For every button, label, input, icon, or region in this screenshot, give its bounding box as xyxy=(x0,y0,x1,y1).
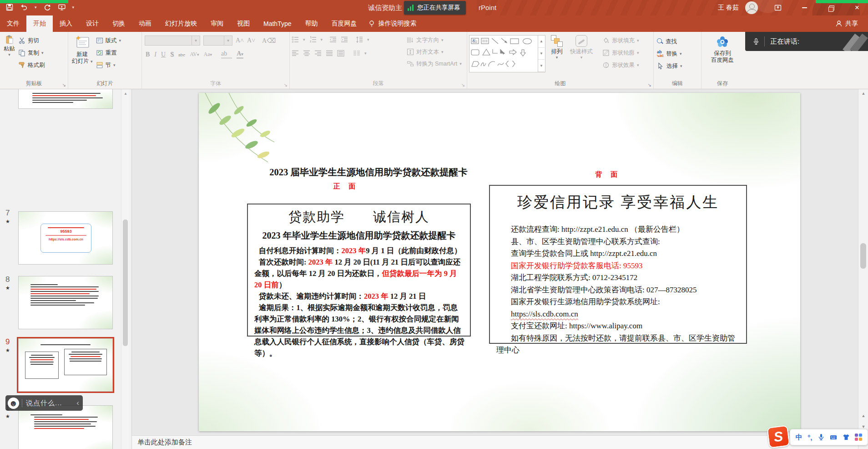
tab-baidu-netdisk[interactable]: 百度网盘 xyxy=(324,15,363,32)
indent-decrease-icon[interactable] xyxy=(329,36,337,43)
tab-help[interactable]: 帮助 xyxy=(298,15,324,32)
thumbnail-scrollbar[interactable]: ▲ xyxy=(121,89,129,449)
font-size-select[interactable]: ▾ xyxy=(203,36,232,46)
meeting-chat-bubble[interactable]: ☻ 说点什么... ‹ xyxy=(5,395,83,411)
italic-button[interactable]: I xyxy=(154,51,156,58)
editor-scrollbar[interactable]: ▲ ▲ ▼ ▼ xyxy=(858,89,868,449)
reset-button[interactable]: 重置 xyxy=(95,47,123,58)
justify-icon[interactable] xyxy=(326,50,333,57)
shapes-scroll-up-icon[interactable]: ▲ xyxy=(538,36,545,48)
keyboard-icon[interactable] xyxy=(830,434,837,441)
strikethrough-button[interactable]: abc xyxy=(178,52,185,57)
line-spacing-icon[interactable] xyxy=(356,36,363,43)
tab-design[interactable]: 设计 xyxy=(79,15,106,32)
share-button[interactable]: 共享 xyxy=(835,15,858,32)
character-spacing-button[interactable]: AV▾ xyxy=(190,51,199,58)
highlight-color-icon[interactable]: ab⃞ xyxy=(221,50,232,59)
tell-me-search[interactable]: 操作说明搜索 xyxy=(363,15,421,32)
columns-icon[interactable] xyxy=(353,50,360,57)
shapes-gallery[interactable]: A xyxy=(469,35,545,72)
replace-button[interactable]: ab⤷ac 替换▾ xyxy=(656,48,699,59)
thumbnail-scrollbar-thumb[interactable] xyxy=(123,219,128,346)
distribute-icon[interactable] xyxy=(337,50,344,57)
align-left-icon[interactable] xyxy=(292,50,299,57)
avatar[interactable] xyxy=(745,1,758,14)
shapes-gallery-scroll[interactable]: ▲ ▼ ▼ xyxy=(538,36,545,72)
back-card[interactable]: 珍爱信用记录 享受幸福人生 还款流程查询: http://zzpt.e21.ed… xyxy=(489,185,747,344)
smiley-icon[interactable]: ☻ xyxy=(8,398,19,409)
bold-button[interactable]: B xyxy=(146,51,150,58)
tab-animations[interactable]: 动画 xyxy=(132,15,158,32)
undo-icon[interactable] xyxy=(20,3,28,12)
bullets-icon[interactable] xyxy=(292,36,299,43)
ime-mic-icon[interactable] xyxy=(818,434,825,441)
align-right-icon[interactable] xyxy=(314,50,322,57)
thumbnail-scroll-up-icon[interactable]: ▲ xyxy=(121,90,130,97)
grow-font-icon[interactable]: A˄ xyxy=(236,37,244,44)
tab-home[interactable]: 开始 xyxy=(26,15,53,32)
clipboard-dialog-launcher-icon[interactable]: ↘ xyxy=(62,83,66,87)
layout-button[interactable]: 版式▾ xyxy=(95,35,123,46)
tab-insert[interactable]: 插入 xyxy=(53,15,79,32)
previous-slide-icon[interactable]: ▲ xyxy=(858,413,868,418)
shrink-font-icon[interactable]: A˅ xyxy=(247,37,255,44)
change-case-button[interactable]: Aa▾ xyxy=(204,51,212,58)
section-button[interactable]: 节▾ xyxy=(95,60,123,71)
tab-mathtype[interactable]: MathType xyxy=(257,15,298,32)
scroll-up-icon[interactable]: ▲ xyxy=(858,91,868,96)
slide-editor-area[interactable]: 2023 届毕业学生生源地信用助学贷款还款提醒卡 正 面 背 面 贷款助学 诚信… xyxy=(132,89,858,435)
user-name[interactable]: 王 春茹 xyxy=(718,4,739,12)
thumbnail-slide-8[interactable] xyxy=(18,276,113,329)
save-to-netdisk-button[interactable]: 保存到 百度网盘 xyxy=(703,34,742,65)
drawing-dialog-launcher-icon[interactable]: ↘ xyxy=(648,83,651,87)
save-icon[interactable] xyxy=(5,3,14,12)
qat-customize-icon[interactable]: ▾ xyxy=(72,5,75,10)
shapes-scroll-down-icon[interactable]: ▼ xyxy=(538,48,545,60)
shapes-more-icon[interactable]: ▼ xyxy=(538,60,545,72)
text-shadow-button[interactable]: S xyxy=(170,51,174,58)
convert-smartart-button[interactable]: 转换为 SmartArt▾ xyxy=(405,59,463,69)
font-color-icon[interactable]: A▾ xyxy=(237,50,243,59)
font-dialog-launcher-icon[interactable]: ↘ xyxy=(284,83,288,87)
arrange-button[interactable]: 排列 ▾ xyxy=(549,34,565,80)
paragraph-dialog-launcher-icon[interactable]: ↘ xyxy=(461,83,465,87)
skin-icon[interactable] xyxy=(843,434,850,441)
shape-outline-button[interactable]: 形状轮廓▾ xyxy=(601,47,641,58)
align-center-icon[interactable] xyxy=(303,50,310,57)
ime-mode-button[interactable]: 中 xyxy=(796,433,802,442)
underline-button[interactable]: U xyxy=(161,51,166,58)
paste-button[interactable]: 粘贴 ▾ xyxy=(2,34,17,80)
toolbox-icon[interactable] xyxy=(855,434,862,441)
thumbnail-slide-9-selected[interactable] xyxy=(18,338,113,392)
sogou-logo[interactable]: S xyxy=(767,425,790,448)
text-direction-button[interactable]: 文字方向▾ xyxy=(405,35,463,45)
notes-pane[interactable]: 单击此处添加备注 xyxy=(132,435,858,449)
slide-canvas[interactable]: 2023 届毕业学生生源地信用助学贷款还款提醒卡 正 面 背 面 贷款助学 诚信… xyxy=(199,93,800,431)
quick-styles-button[interactable]: 快速样式 ▾ xyxy=(568,34,595,80)
indent-increase-icon[interactable] xyxy=(341,36,348,43)
thumbnail-slide-7[interactable]: 95593 https://sls.cdb.com.cn xyxy=(18,211,113,265)
thumbnail-slide-10[interactable] xyxy=(18,405,113,449)
punctuation-icon[interactable]: °, xyxy=(807,434,812,441)
front-card[interactable]: 贷款助学 诚信树人 2023 年毕业学生生源地信用助学贷款还款提醒卡 自付利息开… xyxy=(247,204,471,337)
align-text-button[interactable]: 对齐文本▾ xyxy=(405,47,463,57)
font-name-select[interactable]: ▾ xyxy=(145,36,200,46)
copy-button[interactable]: 复制 ▾ xyxy=(17,47,46,58)
select-button[interactable]: 选择▾ xyxy=(656,61,699,71)
tab-slideshow[interactable]: 幻灯片放映 xyxy=(158,15,204,32)
find-button[interactable]: 查找 xyxy=(656,36,699,47)
slideshow-icon[interactable] xyxy=(58,3,66,12)
tab-view[interactable]: 视图 xyxy=(230,15,257,32)
collapse-chevron-icon[interactable]: ‹ xyxy=(76,398,79,408)
minimize-icon[interactable] xyxy=(794,0,814,15)
cut-button[interactable]: 剪切 xyxy=(17,35,46,46)
shape-fill-button[interactable]: 形状填充▾ xyxy=(601,35,641,46)
tab-review[interactable]: 审阅 xyxy=(204,15,230,32)
editor-scrollbar-thumb[interactable] xyxy=(860,243,866,269)
undo-dropdown-icon[interactable]: ▾ xyxy=(35,5,37,10)
shape-effects-button[interactable]: 形状效果▾ xyxy=(601,60,641,71)
clear-formatting-icon[interactable]: A⌫ xyxy=(262,37,276,45)
redo-icon[interactable] xyxy=(43,3,51,12)
new-slide-button[interactable]: 新建 幻灯片 ▾ xyxy=(70,34,95,80)
tab-file[interactable]: 文件 xyxy=(0,15,26,32)
